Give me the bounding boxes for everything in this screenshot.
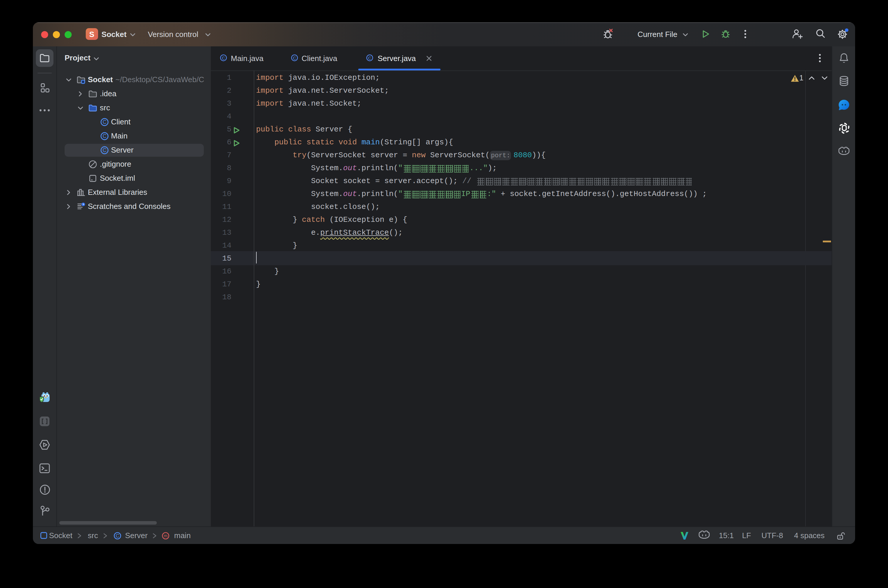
svg-text:C: C (293, 56, 296, 60)
svg-text:C: C (103, 119, 107, 125)
svg-text:m: m (164, 533, 167, 538)
svg-text:C: C (368, 56, 371, 60)
svg-text:C: C (103, 133, 107, 139)
svg-text:C: C (116, 533, 119, 538)
svg-text:C: C (221, 56, 225, 60)
svg-text:C: C (103, 147, 107, 153)
